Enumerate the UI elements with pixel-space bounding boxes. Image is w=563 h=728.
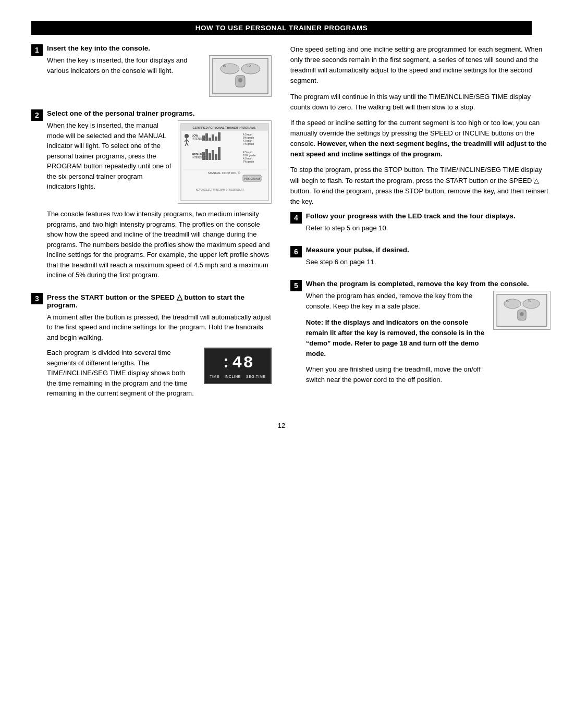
svg-text:KEY 2 SELECT PROGRAM 3 PRESS S: KEY 2 SELECT PROGRAM 3 PRESS START bbox=[196, 189, 244, 191]
svg-text:TO: TO bbox=[528, 300, 532, 303]
step4-title: Follow your progress with the LED track … bbox=[306, 212, 550, 220]
right-para4: To stop the program, press the STOP butt… bbox=[290, 165, 550, 207]
step1-title: Insert the key into the console. bbox=[47, 44, 272, 52]
step3-bottom: Each program is divided into several tim… bbox=[47, 348, 272, 399]
step5-console-image: IA TO bbox=[493, 291, 550, 330]
svg-rect-21 bbox=[212, 134, 214, 141]
step2-program-image: CERTIFIED PERSONAL TRAINER PROGRAMS LOW bbox=[178, 120, 272, 204]
step3-display-image: :48 TIME INCLINE SEG.TIME bbox=[204, 348, 272, 384]
step5-body3: When you are finished using the treadmil… bbox=[306, 364, 487, 385]
step2-number: 2 bbox=[31, 109, 43, 121]
svg-rect-20 bbox=[209, 138, 211, 141]
step5: 5 When the program is completed, remove … bbox=[290, 280, 550, 390]
right-para2: The program will continue in this way un… bbox=[290, 92, 550, 113]
header-title: HOW TO USE PERSONAL TRAINER PROGRAMS bbox=[195, 24, 368, 32]
right-column: One speed setting and one incline settin… bbox=[290, 44, 550, 406]
step2-text1: When the key is inserted, the manual mod… bbox=[47, 120, 172, 204]
step6-content: Measure your pulse, if desired. See step… bbox=[306, 246, 550, 273]
svg-rect-34 bbox=[215, 154, 217, 160]
step5-content: When the program is completed, remove th… bbox=[306, 280, 550, 390]
svg-text:PROGRAM: PROGRAM bbox=[243, 177, 260, 180]
step3-text: Each program is divided into several tim… bbox=[47, 348, 195, 399]
step3-content: Press the START button or the SPEED △ bu… bbox=[47, 293, 272, 399]
svg-point-4 bbox=[238, 78, 242, 82]
step2-title: Select one of the personal trainer progr… bbox=[47, 109, 272, 117]
svg-text:IA: IA bbox=[506, 300, 508, 303]
svg-point-2 bbox=[241, 64, 260, 74]
svg-text:7% grade: 7% grade bbox=[243, 160, 254, 163]
two-column-layout: 1 Insert the key into the console. When … bbox=[31, 44, 532, 406]
display-label-segtime: SEG.TIME bbox=[246, 375, 265, 378]
program-panel-svg: CERTIFIED PERSONAL TRAINER PROGRAMS LOW bbox=[180, 123, 269, 201]
step1-text: When the key is inserted, the four displ… bbox=[47, 55, 203, 97]
step5-number: 5 bbox=[290, 280, 302, 291]
step6-title: Measure your pulse, if desired. bbox=[306, 246, 550, 254]
step1-number: 1 bbox=[31, 44, 43, 56]
step5-body2-bold: Note: If the displays and indicators on … bbox=[306, 318, 484, 357]
svg-text:MANUAL CONTROL ©: MANUAL CONTROL © bbox=[208, 171, 240, 175]
step4-body: Refer to step 5 on page 10. bbox=[306, 223, 550, 233]
svg-point-49 bbox=[520, 312, 523, 316]
step2-content: Select one of the personal trainer progr… bbox=[47, 109, 272, 286]
step3-title: Press the START button or the SPEED △ bu… bbox=[47, 293, 272, 309]
step5-body2: Note: If the displays and indicators on … bbox=[306, 317, 487, 360]
console-svg-step1: IA TO bbox=[212, 57, 269, 95]
display-labels: TIME INCLINE SEG.TIME bbox=[210, 375, 265, 378]
right-para1: One speed setting and one incline settin… bbox=[290, 44, 550, 87]
page-number: 12 bbox=[31, 422, 532, 429]
step2-body1: When the key is inserted, the manual mod… bbox=[47, 121, 171, 190]
page-container: HOW TO USE PERSONAL TRAINER PROGRAMS 1 I… bbox=[31, 21, 532, 429]
svg-rect-33 bbox=[212, 150, 214, 160]
svg-rect-22 bbox=[215, 137, 217, 141]
svg-rect-35 bbox=[218, 147, 221, 160]
page-header: HOW TO USE PERSONAL TRAINER PROGRAMS bbox=[31, 21, 532, 35]
step1: 1 Insert the key into the console. When … bbox=[31, 44, 272, 102]
step3: 3 Press the START button or the SPEED △ … bbox=[31, 293, 272, 399]
display-label-incline: INCLINE bbox=[225, 375, 241, 378]
step1-console-image: IA TO bbox=[209, 55, 272, 97]
svg-text:IA: IA bbox=[223, 64, 226, 67]
step5-body-area: When the program has ended, remove the k… bbox=[306, 291, 550, 390]
step2: 2 Select one of the personal trainer pro… bbox=[31, 109, 272, 286]
right-para3-bold: However, when the next segment begins, t… bbox=[290, 140, 547, 158]
svg-text:TO: TO bbox=[247, 64, 251, 67]
step4: 4 Follow your progress with the LED trac… bbox=[290, 212, 550, 239]
console-svg-step5: IA TO bbox=[496, 293, 548, 327]
step6: 6 Measure your pulse, if desired. See st… bbox=[290, 246, 550, 273]
svg-rect-23 bbox=[218, 132, 221, 141]
step6-number: 6 bbox=[290, 246, 302, 257]
step3-number: 3 bbox=[31, 293, 43, 304]
display-digits: :48 bbox=[221, 353, 254, 373]
step5-title: When the program is completed, remove th… bbox=[306, 280, 550, 288]
svg-rect-18 bbox=[202, 135, 205, 141]
step6-body: See step 6 on page 11. bbox=[306, 257, 550, 267]
step4-content: Follow your progress with the LED track … bbox=[306, 212, 550, 239]
step1-body-with-image: When the key is inserted, the four displ… bbox=[47, 55, 272, 97]
step5-body1: When the program has ended, remove the k… bbox=[306, 291, 487, 312]
step2-body2: The console features two low intensity p… bbox=[47, 209, 272, 280]
display-label-time: TIME bbox=[210, 375, 219, 378]
right-para3: If the speed or incline setting for the … bbox=[290, 118, 550, 160]
svg-point-10 bbox=[185, 134, 189, 138]
svg-text:CERTIFIED PERSONAL TRAINER PRO: CERTIFIED PERSONAL TRAINER PROGRAMS bbox=[192, 126, 255, 129]
svg-text:7% grade: 7% grade bbox=[243, 142, 254, 145]
svg-rect-30 bbox=[202, 152, 205, 160]
step4-number: 4 bbox=[290, 212, 302, 224]
svg-rect-31 bbox=[205, 149, 208, 160]
svg-rect-32 bbox=[209, 153, 211, 160]
step1-content: Insert the key into the console. When th… bbox=[47, 44, 272, 102]
left-column: 1 Insert the key into the console. When … bbox=[31, 44, 272, 406]
step3-body1: A moment after the button is pressed, th… bbox=[47, 312, 272, 343]
svg-point-47 bbox=[523, 299, 540, 309]
step5-text: When the program has ended, remove the k… bbox=[306, 291, 487, 390]
step2-body-with-image: When the key is inserted, the manual mod… bbox=[47, 120, 272, 204]
svg-rect-19 bbox=[205, 133, 208, 141]
